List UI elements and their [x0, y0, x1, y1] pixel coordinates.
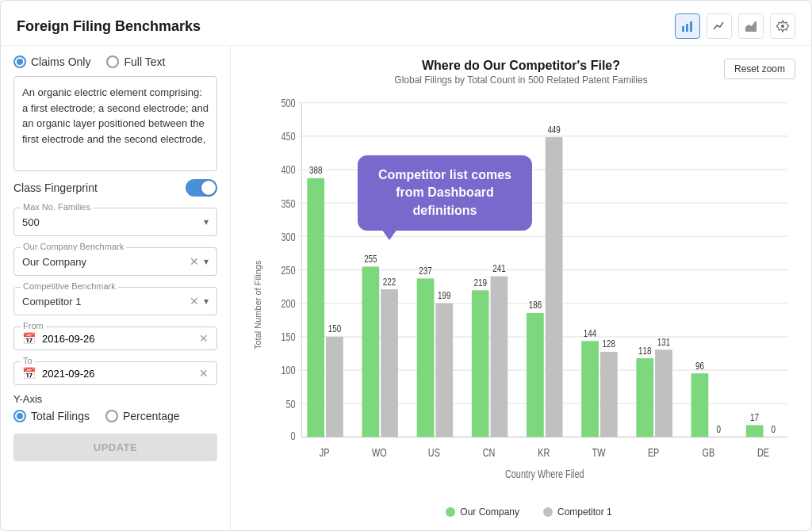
bar-de-our [746, 425, 764, 437]
y-axis-section: Y-Axis Total Filings Percentage [13, 393, 217, 422]
y-axis-section-label: Y-Axis [13, 393, 217, 405]
svg-text:388: 388 [309, 164, 323, 177]
bar-wo-comp [381, 289, 398, 437]
svg-text:400: 400 [281, 163, 295, 177]
to-date-clear-icon[interactable]: ✕ [199, 367, 209, 380]
svg-text:144: 144 [584, 327, 597, 339]
line-chart-button[interactable] [707, 13, 732, 39]
to-calendar-icon: 📅 [22, 367, 36, 380]
legend-competitor-dot [543, 507, 553, 517]
competitor-label: Competitive Benchmark [21, 281, 118, 291]
chart-area: Where do Our Competitor's File? Global F… [231, 46, 811, 530]
svg-text:US: US [428, 445, 440, 459]
svg-text:50: 50 [285, 397, 295, 411]
svg-text:199: 199 [438, 289, 451, 302]
update-button[interactable]: UPDATE [13, 434, 217, 461]
competitor-value: Competitor 1 [22, 296, 81, 308]
bar-cn-our [472, 290, 489, 437]
svg-text:450: 450 [281, 129, 295, 143]
competitor-controls: ✕ ▾ [190, 295, 209, 308]
svg-text:131: 131 [657, 335, 671, 348]
svg-text:Country Where Filed: Country Where Filed [505, 467, 584, 480]
legend-our-company-dot [446, 507, 455, 517]
total-filings-radio[interactable]: Total Filings [13, 410, 90, 422]
our-company-controls: ✕ ▾ [190, 255, 209, 268]
svg-text:150: 150 [328, 323, 342, 335]
competitor-clear-icon[interactable]: ✕ [190, 295, 199, 308]
max-families-select[interactable]: Max No. Families 500 ▾ [13, 208, 217, 236]
class-fingerprint-toggle[interactable] [186, 179, 217, 197]
svg-text:KR: KR [538, 445, 550, 459]
percentage-radio[interactable]: Percentage [105, 410, 180, 422]
from-calendar-icon: 📅 [22, 332, 36, 345]
svg-text:186: 186 [529, 299, 542, 311]
svg-text:237: 237 [419, 264, 431, 277]
svg-text:250: 250 [281, 263, 295, 277]
area-chart-button[interactable] [738, 13, 764, 39]
our-company-value: Our Company [22, 256, 86, 268]
svg-text:118: 118 [638, 344, 652, 357]
reset-zoom-button[interactable]: Reset zoom [724, 59, 795, 79]
max-families-value: 500 [22, 216, 40, 228]
claims-only-radio-indicator [13, 55, 26, 68]
from-date-inner: 📅 2016-09-26 [22, 332, 95, 345]
legend-competitor: Competitor 1 [543, 506, 612, 518]
svg-text:WO: WO [372, 445, 387, 459]
total-filings-label: Total Filings [31, 410, 90, 422]
bar-wo-our [362, 266, 380, 437]
to-date-value: 2021-09-26 [42, 368, 95, 380]
claim-text-input[interactable]: An organic electric element comprising: … [13, 76, 217, 171]
bar-tw-comp [600, 352, 618, 437]
svg-text:0: 0 [772, 422, 776, 435]
svg-text:96: 96 [695, 359, 704, 372]
svg-text:0: 0 [290, 430, 295, 443]
percentage-label: Percentage [123, 410, 180, 422]
competitor-select[interactable]: Competitive Benchmark Competitor 1 ✕ ▾ [13, 287, 217, 315]
claims-only-radio[interactable]: Claims Only [13, 55, 90, 68]
svg-text:449: 449 [547, 123, 561, 136]
bar-cn-comp [491, 277, 508, 437]
from-date-field[interactable]: From 📅 2016-09-26 ✕ [13, 327, 217, 350]
chart-legend: Our Company Competitor 1 [262, 506, 795, 518]
svg-text:128: 128 [603, 338, 616, 350]
bar-us-comp [435, 304, 453, 437]
bar-kr-comp [546, 137, 563, 437]
svg-text:241: 241 [492, 262, 506, 275]
bar-chart-button[interactable] [675, 13, 700, 39]
to-label: To [21, 356, 35, 365]
max-families-arrow-icon: ▾ [204, 216, 209, 227]
chart-top-controls: Reset zoom [724, 59, 795, 79]
svg-text:JP: JP [320, 445, 330, 459]
full-text-radio[interactable]: Full Text [106, 55, 165, 68]
our-company-clear-icon[interactable]: ✕ [190, 255, 199, 268]
svg-text:100: 100 [281, 364, 295, 377]
from-date-value: 2016-09-26 [42, 333, 95, 345]
svg-text:350: 350 [281, 197, 295, 210]
bar-gb-our [691, 373, 709, 437]
sidebar: Claims Only Full Text An organic electri… [1, 46, 231, 530]
svg-text:222: 222 [383, 275, 396, 288]
settings-button[interactable] [770, 13, 795, 39]
class-fingerprint-label: Class Fingerprint [13, 181, 98, 194]
bar-us-our [417, 278, 435, 437]
bar-kr-our [527, 313, 544, 437]
our-company-select[interactable]: Our Company Benchmark Our Company ✕ ▾ [13, 247, 217, 276]
legend-our-company: Our Company [446, 506, 519, 518]
chart-wrapper: Total Number of Filings 500 [247, 92, 795, 518]
bar-jp-comp [326, 337, 343, 437]
bar-ep-comp [655, 350, 672, 437]
svg-text:150: 150 [281, 330, 295, 344]
chart-title: Where do Our Competitor's File? [247, 59, 795, 73]
chart-svg-area: 500 450 400 350 300 [262, 92, 795, 502]
to-date-field[interactable]: To 📅 2021-09-26 ✕ [13, 361, 217, 385]
search-type-radio-group: Claims Only Full Text [13, 55, 217, 68]
svg-text:EP: EP [648, 445, 660, 459]
svg-text:200: 200 [281, 296, 295, 310]
from-date-clear-icon[interactable]: ✕ [199, 332, 209, 345]
svg-text:TW: TW [592, 445, 606, 459]
svg-text:17: 17 [750, 411, 759, 423]
to-date-inner: 📅 2021-09-26 [22, 367, 95, 380]
svg-rect-2 [690, 21, 692, 32]
svg-text:CN: CN [483, 445, 496, 459]
claims-only-label: Claims Only [31, 55, 90, 68]
